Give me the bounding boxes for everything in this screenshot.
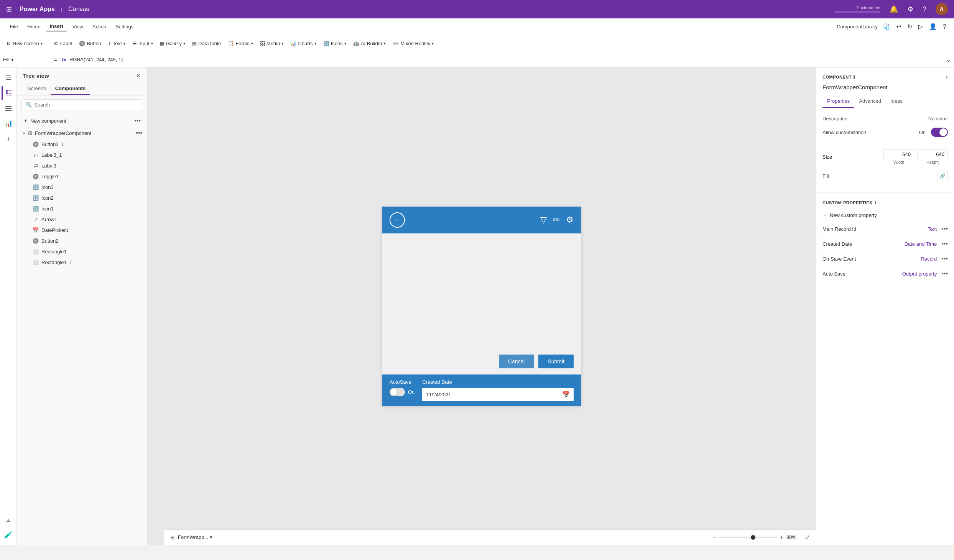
item-name: Rectangle1 bbox=[41, 249, 142, 255]
person-icon[interactable]: 🩺 bbox=[881, 21, 891, 32]
item-name: DatePicker1 bbox=[41, 227, 142, 233]
tree-item-toggle1[interactable]: 🔘 Toggle1 bbox=[17, 171, 147, 182]
menu-insert[interactable]: Insert bbox=[46, 22, 67, 31]
prop-more-icon[interactable]: ••• bbox=[941, 225, 948, 232]
menu-home[interactable]: Home bbox=[23, 22, 44, 31]
prop-type: Text bbox=[928, 226, 937, 232]
fullscreen-icon[interactable]: ⤢ bbox=[805, 534, 810, 541]
search-input[interactable] bbox=[34, 102, 138, 108]
new-screen-button[interactable]: 🖥 New screen ▾ bbox=[3, 39, 46, 48]
fill-swatch[interactable]: 🔗 bbox=[937, 171, 948, 181]
right-panel-tabs: Properties Advanced Ideas bbox=[816, 95, 954, 108]
height-input[interactable] bbox=[917, 149, 948, 159]
tree-item-button2[interactable]: 🔘 Button2 bbox=[17, 235, 147, 246]
autosave-toggle[interactable] bbox=[390, 388, 405, 396]
sidebar-data-icon[interactable] bbox=[2, 101, 15, 115]
undo-icon[interactable]: ↩ bbox=[895, 21, 903, 32]
expand-icon[interactable]: ⌄ bbox=[946, 56, 951, 63]
data-table-icon: ▤ bbox=[192, 41, 197, 46]
sidebar-analytics-icon[interactable]: 📊 bbox=[2, 117, 15, 130]
tree-item-rectangle1-1[interactable]: ⬜ Rectangle1_1 bbox=[17, 257, 147, 268]
component-row-form-wrapper[interactable]: ▾ ⊞ FormWrapperComponent ••• bbox=[17, 127, 147, 139]
property-dropdown[interactable]: Fill ▾ bbox=[3, 57, 49, 62]
help-icon[interactable]: ? bbox=[923, 5, 926, 13]
tree-search[interactable]: 🔍 bbox=[21, 99, 142, 110]
info-icon[interactable]: ℹ bbox=[853, 74, 855, 80]
new-component-button[interactable]: ＋ New component ••• bbox=[17, 114, 147, 127]
zoom-slider[interactable] bbox=[719, 537, 777, 538]
canvas-buttons: Cancel Submit bbox=[382, 348, 581, 374]
tree-tab-screens[interactable]: Screens bbox=[23, 82, 51, 95]
submit-button[interactable]: Submit bbox=[538, 355, 574, 368]
charts-button[interactable]: 📊 Charts ▾ bbox=[287, 39, 319, 48]
zoom-in-button[interactable]: + bbox=[780, 534, 783, 541]
input-button[interactable]: ☰ Input ▾ bbox=[129, 39, 156, 48]
tab-ideas[interactable]: Ideas bbox=[886, 95, 907, 108]
component-more-icon[interactable]: ••• bbox=[136, 130, 142, 136]
canvas-bottom-name[interactable]: FormWrapp... ▾ bbox=[178, 534, 212, 540]
tree-item-icon2[interactable]: 🔣 Icon2 bbox=[17, 192, 147, 203]
avatar[interactable]: A bbox=[936, 3, 948, 15]
settings-canvas-icon[interactable]: ⚙ bbox=[566, 215, 574, 225]
new-custom-property-button[interactable]: ＋ New custom property bbox=[816, 209, 954, 222]
media-button[interactable]: 🖼 Media ▾ bbox=[257, 39, 286, 48]
tree-item-label3-1[interactable]: 🏷 Label3_1 bbox=[17, 149, 147, 160]
text-button[interactable]: T Text ▾ bbox=[105, 39, 128, 48]
play-icon[interactable]: ▷ bbox=[917, 21, 924, 32]
settings-icon[interactable]: ⚙ bbox=[907, 5, 913, 13]
prop-more-icon[interactable]: ••• bbox=[941, 255, 948, 262]
sidebar-test-icon[interactable]: 🧪 bbox=[2, 528, 15, 542]
icons-button[interactable]: 🔣 Icons ▾ bbox=[320, 39, 349, 48]
tree-item-label3[interactable]: 🏷 Label3 bbox=[17, 160, 147, 171]
menu-view[interactable]: View bbox=[69, 22, 87, 31]
prop-more-icon[interactable]: ••• bbox=[941, 240, 948, 247]
tree-item-icon1[interactable]: 🔣 Icon1 bbox=[17, 203, 147, 214]
mixed-reality-button[interactable]: 👓 Mixed Reality ▾ bbox=[390, 39, 437, 48]
sidebar-tree-icon[interactable] bbox=[2, 86, 15, 100]
button-icon: 🔘 bbox=[32, 141, 39, 148]
tree-item-rectangle1[interactable]: ⬜ Rectangle1 bbox=[17, 246, 147, 257]
allow-custom-toggle[interactable] bbox=[931, 128, 948, 137]
help-menu-icon[interactable]: ? bbox=[941, 22, 948, 32]
label-button[interactable]: 🏷 Label bbox=[51, 39, 76, 48]
notification-icon[interactable]: 🔔 bbox=[890, 5, 898, 13]
formula-input[interactable] bbox=[69, 57, 941, 62]
user-icon[interactable]: 👤 bbox=[928, 21, 938, 32]
sidebar-menu-icon[interactable]: ☰ bbox=[2, 71, 15, 84]
date-field[interactable]: 11/24/2021 📅 bbox=[422, 388, 574, 401]
custom-props-info-icon[interactable]: ℹ bbox=[875, 200, 877, 205]
tree-item-button2-1[interactable]: 🔘 Button2_1 bbox=[17, 139, 147, 149]
forms-button[interactable]: 📋 Forms ▾ bbox=[225, 39, 256, 48]
edit-icon[interactable]: ✏ bbox=[553, 215, 560, 225]
back-button[interactable]: ← bbox=[390, 212, 405, 228]
tab-advanced[interactable]: Advanced bbox=[854, 95, 886, 108]
menu-action[interactable]: Action bbox=[89, 22, 110, 31]
waffle-icon[interactable]: ⊞ bbox=[6, 5, 12, 13]
data-table-button[interactable]: ▤ Data table bbox=[189, 39, 224, 48]
tree-item-arrow1[interactable]: ↗ Arrow1 bbox=[17, 214, 147, 225]
sidebar-variables-icon[interactable]: ⟁ bbox=[2, 512, 15, 526]
width-input[interactable] bbox=[883, 149, 914, 159]
description-row: Description No value bbox=[822, 113, 948, 125]
prop-more-icon[interactable]: ••• bbox=[941, 270, 948, 277]
cancel-button[interactable]: Cancel bbox=[499, 355, 534, 368]
tree-close-icon[interactable]: ✕ bbox=[136, 72, 141, 79]
menu-file[interactable]: File bbox=[6, 22, 22, 31]
new-component-more-icon[interactable]: ••• bbox=[134, 117, 141, 124]
mixed-reality-label: Mixed Reality bbox=[400, 41, 430, 46]
filter-icon[interactable]: ▽ bbox=[540, 215, 547, 225]
redo-icon[interactable]: ↻ bbox=[906, 21, 914, 32]
tab-properties[interactable]: Properties bbox=[822, 95, 854, 108]
tree-tab-components[interactable]: Components bbox=[51, 82, 90, 95]
sidebar-add-icon[interactable]: ＋ bbox=[2, 132, 15, 146]
svg-rect-4 bbox=[8, 93, 12, 94]
zoom-out-button[interactable]: − bbox=[712, 534, 716, 541]
tree-item-icon3[interactable]: 🔣 Icon3 bbox=[17, 182, 147, 192]
ai-builder-button[interactable]: 🤖 AI Builder ▾ bbox=[350, 39, 389, 48]
gallery-button[interactable]: ▦ Gallery ▾ bbox=[157, 39, 188, 48]
calendar-icon[interactable]: 📅 bbox=[562, 391, 570, 398]
menu-settings[interactable]: Settings bbox=[112, 22, 137, 31]
tree-item-datepicker1[interactable]: 📅 DatePicker1 bbox=[17, 225, 147, 235]
right-panel-expand-icon[interactable]: › bbox=[946, 73, 948, 81]
button-button[interactable]: 🔘 Button bbox=[76, 39, 104, 48]
